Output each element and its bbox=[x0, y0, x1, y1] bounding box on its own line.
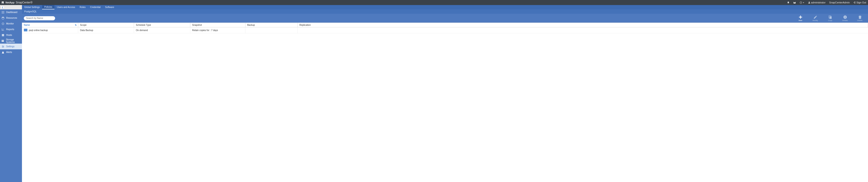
tab-roles[interactable]: Roles bbox=[77, 5, 88, 9]
cell-name: psql online backup bbox=[22, 27, 78, 33]
col-header-replication[interactable]: Replication bbox=[298, 23, 868, 27]
sidebar-collapse-button[interactable]: ❮ bbox=[1, 6, 5, 9]
svg-rect-4 bbox=[3, 11, 3, 12]
database-icon bbox=[1, 16, 5, 20]
grid-icon bbox=[1, 11, 5, 14]
col-header-name[interactable]: Name ⇅ bbox=[22, 23, 78, 27]
col-header-snapshot[interactable]: Snapshot bbox=[190, 23, 245, 27]
tab-label: Policies bbox=[44, 6, 52, 8]
disk-stack-icon bbox=[24, 29, 27, 32]
tab-users-access[interactable]: Users and Access bbox=[55, 5, 77, 9]
storage-icon bbox=[1, 39, 4, 42]
signout-button[interactable]: Sign Out bbox=[851, 0, 868, 5]
col-header-label: Scope bbox=[80, 24, 87, 26]
caret-down-icon: ▼ bbox=[803, 2, 804, 3]
sidebar-item-alerts[interactable]: Alerts bbox=[0, 49, 22, 55]
brand: NetApp SnapCenter® bbox=[0, 1, 32, 4]
tab-label: Users and Access bbox=[57, 6, 75, 8]
action-label: Modify bbox=[813, 20, 818, 22]
svg-point-22 bbox=[3, 46, 4, 47]
sidebar-item-settings[interactable]: Settings bbox=[0, 44, 22, 49]
tab-label: Roles bbox=[80, 6, 86, 8]
sidebar-item-reports[interactable]: Reports bbox=[0, 27, 22, 32]
col-header-label: Replication bbox=[300, 24, 311, 26]
toolbar: New Modify Copy Details Delete bbox=[22, 14, 868, 23]
tab-credential[interactable]: Credential bbox=[88, 5, 103, 9]
cell-text: Data Backup bbox=[80, 29, 93, 32]
monitor-icon bbox=[1, 22, 5, 25]
sidebar-item-dashboard[interactable]: Dashboard bbox=[0, 9, 22, 15]
search-input[interactable] bbox=[24, 16, 55, 20]
svg-rect-28 bbox=[845, 16, 845, 16]
tab-policies[interactable]: Policies bbox=[42, 5, 55, 9]
sort-asc-icon: ⇅ bbox=[75, 24, 78, 26]
bell-icon bbox=[787, 1, 789, 4]
sidebar-item-monitor[interactable]: Monitor bbox=[0, 21, 22, 27]
table-row[interactable]: psql online backup Data Backup On demand… bbox=[22, 27, 868, 33]
tab-label: Global Settings bbox=[24, 6, 40, 8]
cell-schedule: On demand bbox=[134, 27, 190, 33]
svg-rect-7 bbox=[3, 12, 3, 12]
sidebar-item-label: Dashboard bbox=[6, 11, 18, 13]
help-menu[interactable]: ? ▼ bbox=[798, 0, 806, 5]
svg-text:?: ? bbox=[800, 2, 801, 3]
svg-rect-9 bbox=[2, 13, 2, 13]
tab-software[interactable]: Software bbox=[103, 5, 117, 9]
role-label[interactable]: SnapCenterAdmin bbox=[827, 0, 851, 5]
brand-text: NetApp bbox=[5, 1, 14, 4]
notifications-button[interactable] bbox=[785, 0, 792, 5]
svg-rect-6 bbox=[2, 12, 2, 12]
svg-rect-16 bbox=[3, 34, 4, 35]
messages-button[interactable] bbox=[792, 0, 798, 5]
tab-global-settings[interactable]: Global Settings bbox=[22, 5, 42, 9]
alert-icon bbox=[1, 51, 5, 54]
copy-icon bbox=[828, 15, 832, 19]
help-icon: ? bbox=[800, 1, 802, 4]
sidebar-item-resources[interactable]: Resources bbox=[0, 15, 22, 21]
action-label: Copy bbox=[828, 20, 832, 22]
svg-rect-5 bbox=[4, 11, 4, 12]
sidebar-item-label: Settings bbox=[6, 45, 14, 48]
cell-scope: Data Backup bbox=[78, 27, 134, 33]
tab-label: Credential bbox=[90, 6, 101, 8]
sliders-icon bbox=[1, 45, 5, 48]
col-header-schedule[interactable]: Schedule Type bbox=[134, 23, 190, 27]
action-label: Details bbox=[842, 20, 848, 22]
main-content: Global Settings Policies Users and Acces… bbox=[22, 5, 868, 182]
plus-icon bbox=[799, 15, 803, 19]
subheader-text: PostgreSQL bbox=[24, 10, 37, 13]
action-details[interactable]: Details bbox=[839, 15, 851, 22]
action-label: Delete bbox=[857, 20, 863, 22]
action-delete[interactable]: Delete bbox=[854, 15, 866, 22]
info-icon bbox=[843, 15, 847, 19]
table-header-row: Name ⇅ Scope Schedule Type Snapshot Back… bbox=[22, 23, 868, 27]
sidebar-item-label: Alerts bbox=[6, 51, 12, 53]
cell-backup bbox=[245, 27, 298, 33]
action-copy[interactable]: Copy bbox=[824, 15, 836, 22]
netapp-logo-icon bbox=[1, 1, 4, 4]
svg-rect-17 bbox=[2, 35, 3, 36]
svg-point-12 bbox=[2, 17, 4, 17]
svg-point-23 bbox=[2, 47, 3, 47]
signout-icon bbox=[854, 1, 856, 4]
trash-icon bbox=[858, 15, 862, 19]
col-header-scope[interactable]: Scope bbox=[78, 23, 134, 27]
svg-rect-3 bbox=[2, 11, 2, 12]
svg-point-14 bbox=[3, 24, 3, 24]
topbar: NetApp SnapCenter® ? ▼ administrator Sna… bbox=[0, 0, 868, 5]
svg-point-2 bbox=[809, 2, 810, 2]
col-header-label: Snapshot bbox=[192, 24, 202, 26]
cell-snapshot: Retain copies for : 7 days bbox=[190, 27, 245, 33]
user-menu[interactable]: administrator bbox=[806, 0, 828, 5]
svg-rect-18 bbox=[3, 35, 4, 36]
col-header-backup[interactable]: Backup bbox=[245, 23, 298, 27]
action-modify[interactable]: Modify bbox=[809, 15, 822, 22]
action-label: New bbox=[799, 20, 802, 22]
sidebar-collapse-row: ❮ bbox=[0, 5, 22, 9]
chevron-left-icon: ❮ bbox=[2, 6, 4, 8]
sidebar-item-storage[interactable]: Storage Systems bbox=[0, 38, 22, 44]
sidebar-item-label: Monitor bbox=[6, 23, 14, 25]
action-new[interactable]: New bbox=[794, 15, 807, 22]
cell-replication bbox=[298, 27, 868, 33]
sidebar-item-hosts[interactable]: Hosts bbox=[0, 32, 22, 38]
